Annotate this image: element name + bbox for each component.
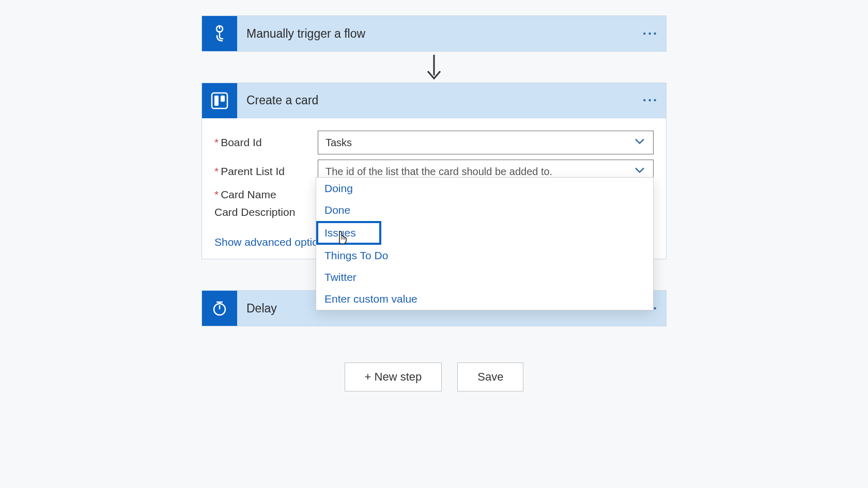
step-trigger[interactable]: Manually trigger a flow ··· bbox=[202, 15, 667, 52]
dropdown-option[interactable]: Done bbox=[316, 199, 653, 221]
dropdown-option[interactable]: Enter custom value bbox=[316, 288, 653, 310]
step-title-create-card: Create a card bbox=[237, 93, 635, 107]
label-card-name: *Card Name bbox=[214, 188, 318, 201]
svg-rect-2 bbox=[212, 93, 227, 108]
footer-buttons: + New step Save bbox=[345, 363, 524, 391]
trello-icon bbox=[202, 83, 237, 118]
step-menu-create-card[interactable]: ··· bbox=[635, 92, 666, 108]
select-board-id[interactable]: Tasks bbox=[318, 131, 654, 154]
dropdown-option[interactable]: Issues bbox=[316, 221, 381, 245]
parent-list-dropdown[interactable]: DoingDoneIssuesThings To DoTwitterEnter … bbox=[316, 177, 654, 310]
chevron-down-icon bbox=[632, 134, 647, 151]
save-button[interactable]: Save bbox=[457, 363, 523, 391]
select-parent-list-placeholder: The id of the list that the card should … bbox=[326, 166, 552, 178]
step-header-create-card[interactable]: Create a card ··· bbox=[202, 83, 666, 118]
step-title-trigger: Manually trigger a flow bbox=[237, 27, 635, 41]
dropdown-option[interactable]: Twitter bbox=[316, 266, 653, 288]
dropdown-option[interactable]: Things To Do bbox=[316, 245, 653, 266]
trigger-icon bbox=[202, 16, 237, 51]
flow-canvas: Manually trigger a flow ··· Create a car… bbox=[0, 0, 868, 391]
label-board-id: *Board Id bbox=[214, 136, 318, 149]
field-row-board-id: *Board Id Tasks bbox=[214, 131, 654, 154]
step-header-trigger[interactable]: Manually trigger a flow ··· bbox=[202, 16, 666, 51]
new-step-button[interactable]: + New step bbox=[345, 363, 442, 391]
svg-rect-3 bbox=[214, 96, 219, 106]
step-menu-trigger[interactable]: ··· bbox=[635, 26, 666, 42]
label-parent-list-id: *Parent List Id bbox=[214, 165, 318, 178]
timer-icon bbox=[202, 291, 237, 326]
select-board-id-value: Tasks bbox=[326, 137, 352, 149]
step-create-card: Create a card ··· *Board Id Tasks *Paren… bbox=[202, 83, 667, 259]
label-card-description: Card Description bbox=[214, 206, 318, 218]
svg-rect-4 bbox=[221, 96, 225, 102]
dropdown-option[interactable]: Doing bbox=[316, 178, 653, 199]
connector-arrow bbox=[424, 52, 444, 83]
